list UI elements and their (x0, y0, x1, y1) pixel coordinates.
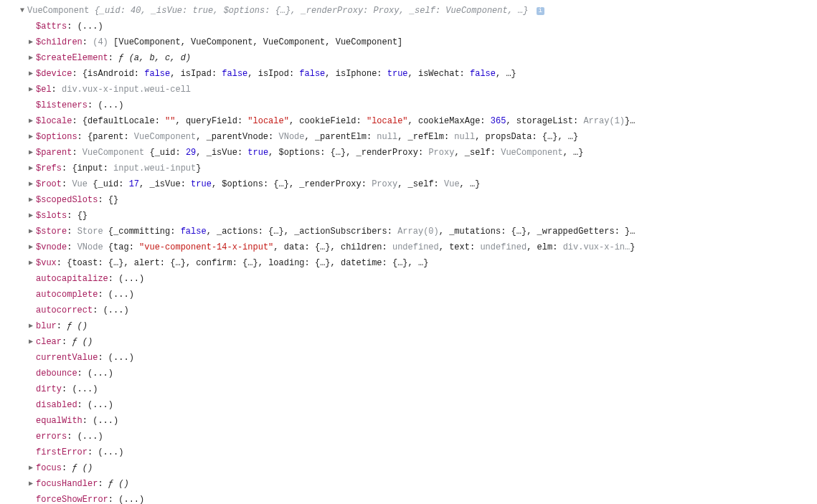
property-key: autocomplete (36, 290, 98, 300)
console-object-tree: ▼ VueComponent {_uid: 40, _isVue: true, … (0, 0, 817, 504)
property-key: clear (36, 337, 62, 347)
property-row[interactable]: $listeners: (...) (0, 98, 817, 113)
property-row[interactable]: ▶$vnode: VNode {tag: "vue-component-14-x… (0, 239, 817, 255)
property-key: disabled (36, 400, 77, 410)
expand-arrow-icon[interactable]: ▶ (27, 50, 34, 66)
property-row[interactable]: $attrs: (...) (0, 19, 817, 34)
property-row[interactable]: ▶$store: Store {_committing: false, _act… (0, 224, 817, 239)
property-key: firstError (36, 447, 88, 457)
expand-arrow-icon[interactable]: ▶ (27, 334, 34, 350)
expand-arrow-icon[interactable]: ▶ (27, 113, 34, 129)
property-content: autocomplete: (...) (36, 287, 134, 303)
property-content: forceShowError: (...) (36, 492, 144, 504)
property-content: $el: div.vux-x-input.weui-cell (36, 82, 191, 98)
property-key: equalWith (36, 416, 82, 426)
property-row[interactable]: errors: (...) (0, 429, 817, 444)
expand-arrow-icon[interactable]: ▶ (27, 224, 34, 239)
property-key: $listeners (36, 100, 88, 110)
property-row[interactable]: autocorrect: (...) (0, 303, 817, 318)
property-key: $vux (36, 258, 57, 268)
expand-arrow-icon[interactable]: ▼ (19, 3, 26, 19)
expand-arrow-icon[interactable]: ▶ (27, 66, 34, 82)
constructor-name: VueComponent (27, 6, 89, 16)
property-key: $el (36, 85, 52, 95)
property-content: $locale: {defaultLocale: "", queryField:… (36, 113, 635, 129)
expand-arrow-icon[interactable]: ▶ (27, 318, 34, 334)
expand-arrow-icon[interactable]: ▶ (27, 161, 34, 176)
property-content: $options: {parent: VueComponent, _parent… (36, 129, 578, 145)
property-content: errors: (...) (36, 429, 103, 444)
property-content: $root: Vue {_uid: 17, _isVue: true, $opt… (36, 176, 480, 192)
property-content: disabled: (...) (36, 397, 113, 413)
property-key: $attrs (36, 22, 67, 32)
property-content: $vux: {toast: {…}, alert: {…}, confirm: … (36, 255, 428, 271)
property-row[interactable]: ▶focus: ƒ () (0, 460, 817, 476)
property-key: $root (36, 179, 62, 189)
property-row[interactable]: ▶$device: {isAndroid: false, isIpad: fal… (0, 66, 817, 82)
property-content: autocorrect: (...) (36, 303, 129, 318)
property-content: $refs: {input: input.weui-input} (36, 161, 201, 176)
property-key: $createElement (36, 53, 108, 63)
property-row[interactable]: ▶blur: ƒ () (0, 318, 817, 334)
property-content: $listeners: (...) (36, 98, 123, 113)
property-content: debounce: (...) (36, 366, 113, 381)
property-row[interactable]: ▶$vux: {toast: {…}, alert: {…}, confirm:… (0, 255, 817, 271)
expand-arrow-icon[interactable]: ▶ (27, 460, 34, 476)
property-row[interactable]: ▶$slots: {} (0, 208, 817, 224)
property-key: $store (36, 227, 67, 237)
property-content: focus: ƒ () (36, 460, 93, 476)
property-content: $device: {isAndroid: false, isIpad: fals… (36, 66, 516, 82)
property-key: autocapitalize (36, 274, 108, 284)
property-row[interactable]: forceShowError: (...) (0, 492, 817, 504)
property-row[interactable]: ▶focusHandler: ƒ () (0, 476, 817, 492)
object-header[interactable]: ▼ VueComponent {_uid: 40, _isVue: true, … (0, 3, 817, 19)
property-key: $scopedSlots (36, 195, 98, 205)
property-row[interactable]: ▶$createElement: ƒ (a, b, c, d) (0, 50, 817, 66)
property-key: focus (36, 463, 62, 473)
property-row[interactable]: equalWith: (...) (0, 413, 817, 429)
property-row[interactable]: autocomplete: (...) (0, 287, 817, 303)
property-row[interactable]: ▶clear: ƒ () (0, 334, 817, 350)
property-row[interactable]: ▶$options: {parent: VueComponent, _paren… (0, 129, 817, 145)
property-row[interactable]: dirty: (...) (0, 381, 817, 397)
property-row[interactable]: disabled: (...) (0, 397, 817, 413)
expand-arrow-icon[interactable]: ▶ (27, 129, 34, 145)
property-row[interactable]: ▶$locale: {defaultLocale: "", queryField… (0, 113, 817, 129)
property-key: $device (36, 69, 72, 79)
header-preview: {_uid: 40, _isVue: true, $options: {…}, … (95, 6, 529, 16)
property-row[interactable]: currentValue: (...) (0, 350, 817, 366)
expand-arrow-icon[interactable]: ▶ (27, 145, 34, 161)
property-key: $refs (36, 163, 62, 173)
property-key: blur (36, 321, 57, 331)
property-key: $vnode (36, 242, 67, 252)
expand-arrow-icon[interactable]: ▶ (27, 476, 34, 492)
property-key: dirty (36, 384, 62, 394)
expand-arrow-icon[interactable]: ▶ (27, 255, 34, 271)
expand-arrow-icon[interactable]: ▶ (27, 239, 34, 255)
property-row[interactable]: ▶$scopedSlots: {} (0, 192, 817, 208)
property-key: $options (36, 132, 77, 142)
property-key: $locale (36, 116, 72, 126)
property-row[interactable]: ▶$parent: VueComponent {_uid: 29, _isVue… (0, 145, 817, 161)
expand-arrow-icon[interactable]: ▶ (27, 34, 34, 50)
expand-arrow-icon[interactable]: ▶ (27, 208, 34, 224)
property-content: $parent: VueComponent {_uid: 29, _isVue:… (36, 145, 583, 161)
expand-arrow-icon[interactable]: ▶ (27, 192, 34, 208)
property-content: $children: (4) [VueComponent, VueCompone… (36, 34, 402, 50)
property-content: $vnode: VNode {tag: "vue-component-14-x-… (36, 239, 635, 255)
info-badge-icon[interactable]: i (537, 7, 544, 15)
property-row[interactable]: ▶$root: Vue {_uid: 17, _isVue: true, $op… (0, 176, 817, 192)
property-row[interactable]: ▶$children: (4) [VueComponent, VueCompon… (0, 34, 817, 50)
property-row[interactable]: debounce: (...) (0, 366, 817, 381)
property-row[interactable]: autocapitalize: (...) (0, 271, 817, 287)
property-row[interactable]: firstError: (...) (0, 444, 817, 460)
expand-arrow-icon[interactable]: ▶ (27, 82, 34, 98)
property-content: focusHandler: ƒ () (36, 476, 129, 492)
property-row[interactable]: ▶$el: div.vux-x-input.weui-cell (0, 82, 817, 98)
expand-arrow-icon[interactable]: ▶ (27, 176, 34, 192)
property-key: debounce (36, 369, 77, 379)
property-row[interactable]: ▶$refs: {input: input.weui-input} (0, 161, 817, 176)
property-content: $scopedSlots: {} (36, 192, 118, 208)
property-content: $slots: {} (36, 208, 88, 224)
property-key: forceShowError (36, 495, 108, 504)
